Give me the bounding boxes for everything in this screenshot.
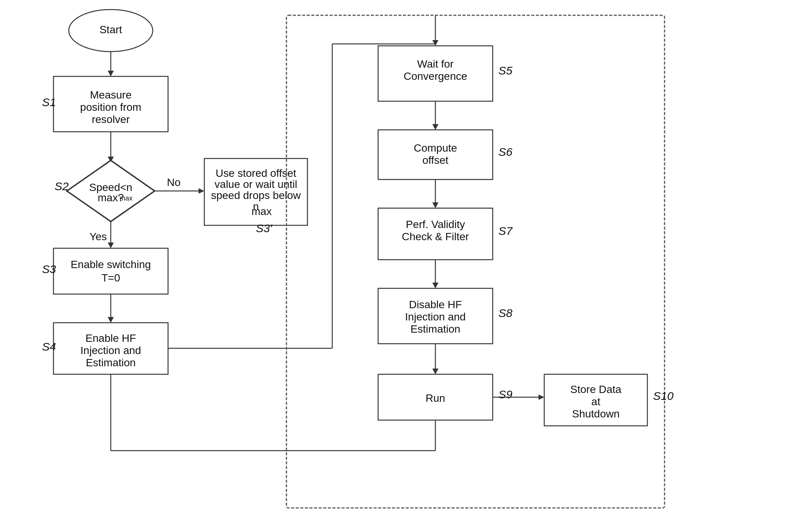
- s3p-line1: Use stored offset: [215, 167, 296, 179]
- s6-line1: Compute: [414, 142, 457, 154]
- diagram-container: Start Measure position from resolver S1 …: [0, 0, 786, 532]
- s8-line2: Injection and: [405, 311, 466, 323]
- yes-label: Yes: [89, 231, 107, 243]
- s3p-line3: speed drops below: [211, 189, 301, 201]
- s4-step-label: S4: [42, 340, 56, 353]
- s6-step-label: S6: [498, 146, 513, 158]
- s9-text: Run: [425, 392, 445, 404]
- s3-line2: T=0: [101, 272, 120, 284]
- s7-line1: Perf. Validity: [406, 218, 465, 230]
- no-label: No: [167, 176, 181, 188]
- arrow-s5-s6: [432, 124, 438, 130]
- arrow-s6-s7: [432, 202, 438, 208]
- arrow-yes: [108, 243, 114, 248]
- s1-step-label: S1: [42, 96, 56, 108]
- s7-line2: Check & Filter: [402, 231, 469, 243]
- nmax-subscript-s2: max: [120, 194, 133, 202]
- arrow-s8-s9: [432, 369, 438, 374]
- arrow-s7-s8: [432, 283, 438, 288]
- s8-line1: Disable HF: [409, 299, 462, 310]
- s4-line2: Injection and: [81, 344, 141, 356]
- s3p-line2: value or wait until: [215, 178, 297, 190]
- s1-text-line1: Measure: [90, 89, 132, 101]
- arrow-start-s1: [108, 71, 114, 76]
- s3-line1: Enable switching: [71, 259, 151, 270]
- s3-node: [53, 248, 168, 294]
- arrow-no: [199, 188, 204, 194]
- s4-line1: Enable HF: [86, 332, 136, 344]
- arrow-s9-s10: [539, 395, 544, 400]
- s5-line2: Convergence: [404, 70, 467, 82]
- s3prime-step-label: S3': [256, 222, 273, 234]
- s7-step-label: S7: [498, 225, 513, 237]
- s1-text-line2: position from: [80, 101, 141, 113]
- s5-line1: Wait for: [417, 58, 453, 70]
- s10-line1: Store Data: [570, 383, 621, 395]
- arrow-s3-s4: [108, 317, 114, 323]
- s3p-line4b: max: [252, 205, 272, 217]
- s5-step-label: S5: [498, 64, 513, 77]
- s3-step-label: S3: [42, 263, 56, 275]
- s1-text-line3: resolver: [92, 113, 130, 125]
- s8-step-label: S8: [498, 307, 513, 319]
- s4-line3: Estimation: [86, 357, 136, 369]
- s10-step-label: S10: [653, 390, 674, 402]
- s9-step-label: S9: [498, 388, 513, 401]
- arrow-loop-s5: [432, 40, 438, 46]
- s8-line3: Estimation: [411, 323, 461, 335]
- s10-line3: Shutdown: [572, 408, 620, 420]
- start-label: Start: [99, 24, 122, 36]
- s6-line2: offset: [422, 154, 448, 166]
- s2-step-label: S2: [55, 180, 69, 192]
- s10-line2: at: [591, 396, 600, 407]
